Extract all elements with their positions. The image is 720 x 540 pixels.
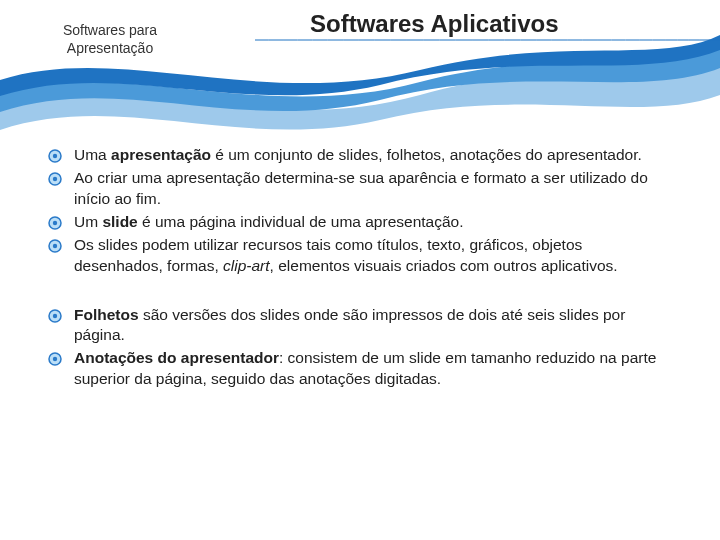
bullet-2-item: Folhetos são versões dos slides onde são…	[48, 305, 672, 347]
svg-point-3	[53, 177, 57, 181]
bullet-icon	[48, 171, 62, 185]
bullet-icon	[48, 351, 62, 365]
group-gap	[48, 279, 672, 305]
svg-point-7	[53, 243, 57, 247]
bullet-1-text: Um slide é uma página individual de uma …	[74, 213, 463, 230]
bullet-2-item: Anotações do apresentador: consistem de …	[48, 348, 672, 390]
bullet-2-text: Anotações do apresentador: consistem de …	[74, 349, 656, 387]
bullet-1-text: Uma apresentação é um conjunto de slides…	[74, 146, 642, 163]
bullet-1-item: Os slides podem utilizar recursos tais c…	[48, 235, 672, 277]
slide-subtitle: Softwares para Apresentação	[30, 22, 190, 57]
bullet-1-text: Ao criar uma apresentação determina-se s…	[74, 169, 648, 207]
bullet-icon	[48, 215, 62, 229]
svg-point-5	[53, 221, 57, 225]
svg-point-1	[53, 154, 57, 158]
bullet-1-item: Uma apresentação é um conjunto de slides…	[48, 145, 672, 166]
bullet-icon	[48, 148, 62, 162]
bullet-1-text: Os slides podem utilizar recursos tais c…	[74, 236, 618, 274]
bullet-icon	[48, 238, 62, 252]
bullet-icon	[48, 308, 62, 322]
bullet-list-2: Folhetos são versões dos slides onde são…	[48, 305, 672, 391]
header-area: Softwares para Apresentação Softwares Ap…	[0, 0, 720, 130]
bullet-1-item: Ao criar uma apresentação determina-se s…	[48, 168, 672, 210]
subtitle-line1: Softwares para	[63, 22, 157, 38]
svg-point-11	[53, 357, 57, 361]
slide-content: Uma apresentação é um conjunto de slides…	[48, 145, 672, 392]
bullet-2-text: Folhetos são versões dos slides onde são…	[74, 306, 625, 344]
svg-point-9	[53, 313, 57, 317]
bullet-list-1: Uma apresentação é um conjunto de slides…	[48, 145, 672, 277]
bullet-1-item: Um slide é uma página individual de uma …	[48, 212, 672, 233]
subtitle-line2: Apresentação	[67, 40, 153, 56]
slide: Softwares para Apresentação Softwares Ap…	[0, 0, 720, 540]
slide-title: Softwares Aplicativos	[310, 10, 700, 38]
